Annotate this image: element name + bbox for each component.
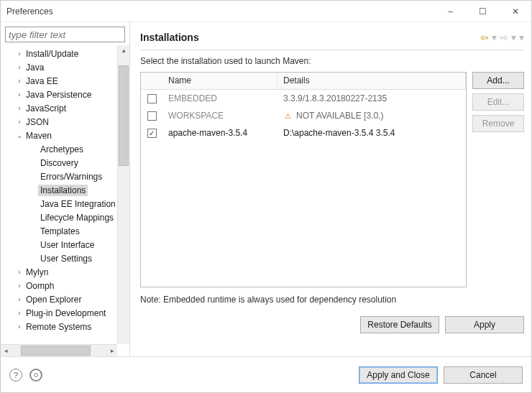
row-checkbox[interactable] bbox=[147, 94, 157, 103]
chevron-right-icon[interactable]: › bbox=[15, 91, 24, 98]
row-checkbox[interactable] bbox=[147, 111, 157, 121]
tree-item-label: Mylyn bbox=[24, 267, 50, 278]
chevron-right-icon[interactable]: › bbox=[15, 323, 24, 330]
tree-item-plug-in-development[interactable]: ›Plug-in Development bbox=[2, 306, 129, 320]
tree-item-label: Java bbox=[24, 62, 46, 73]
chevron-right-icon[interactable]: › bbox=[15, 282, 24, 290]
col-name[interactable]: Name bbox=[162, 73, 278, 89]
row-details: D:\apache-maven-3.5.4 3.5.4 bbox=[278, 128, 466, 138]
tree-item-open-explorer[interactable]: ›Open Explorer bbox=[2, 292, 129, 306]
scroll-thumb-vertical[interactable] bbox=[119, 65, 129, 166]
tree-item-templates[interactable]: Templates bbox=[2, 224, 129, 238]
chevron-right-icon[interactable]: › bbox=[15, 268, 24, 276]
tree-item-label: JSON bbox=[24, 116, 51, 128]
row-name: WORKSPACE bbox=[162, 111, 278, 121]
instruction-text: Select the installation used to launch M… bbox=[140, 56, 524, 66]
tree-item-installations[interactable]: Installations bbox=[2, 183, 129, 197]
tree-item-mylyn[interactable]: ›Mylyn bbox=[2, 265, 129, 279]
tree-item-label: User Settings bbox=[38, 253, 94, 264]
menu-dropdown-icon[interactable]: ▾ bbox=[519, 32, 524, 42]
titlebar: Preferences – ☐ ✕ bbox=[1, 1, 531, 22]
window-title: Preferences bbox=[6, 6, 434, 17]
row-name: apache-maven-3.5.4 bbox=[162, 128, 278, 138]
page-buttons: Restore Defaults Apply bbox=[140, 316, 524, 333]
tree-item-label: Plug-in Development bbox=[24, 308, 108, 319]
tree-item-oomph[interactable]: ›Oomph bbox=[2, 279, 129, 292]
table-row[interactable]: EMBEDDED3.3.9/1.8.3.20180227-2135 bbox=[141, 90, 466, 107]
back-dropdown-icon[interactable]: ▾ bbox=[492, 32, 497, 42]
chevron-right-icon[interactable]: › bbox=[15, 63, 24, 71]
divider bbox=[140, 50, 524, 50]
scroll-right-icon[interactable]: ▸ bbox=[107, 346, 117, 356]
left-panel: ›Install/Update›Java›Java EE›Java Persis… bbox=[1, 22, 130, 356]
tree-item-user-settings[interactable]: User Settings bbox=[2, 251, 129, 265]
page-title: Installations bbox=[140, 32, 480, 43]
note-text: Note: Embedded runtime is always used fo… bbox=[140, 295, 524, 305]
table-row[interactable]: WORKSPACE⚠NOT AVAILABLE [3.0,) bbox=[141, 107, 466, 124]
tree-item-label: Templates bbox=[38, 226, 82, 237]
tree-item-remote-systems[interactable]: ›Remote Systems bbox=[2, 320, 129, 333]
tree-item-java-ee-integration[interactable]: Java EE Integration bbox=[2, 197, 129, 211]
tree-item-install-update[interactable]: ›Install/Update bbox=[2, 47, 129, 60]
maximize-button[interactable]: ☐ bbox=[467, 1, 499, 22]
scroll-thumb-horizontal[interactable] bbox=[21, 346, 91, 356]
row-checkbox[interactable]: ✓ bbox=[147, 129, 157, 138]
filter-input[interactable] bbox=[5, 27, 125, 42]
row-checkbox-cell bbox=[141, 94, 162, 103]
tree-item-java-persistence[interactable]: ›Java Persistence bbox=[2, 88, 129, 101]
cancel-button[interactable]: Cancel bbox=[444, 366, 523, 384]
tree-item-label: Maven bbox=[24, 130, 54, 142]
page-header: Installations ⇦ ▾ ⇨ ▾ ▾ bbox=[140, 27, 524, 48]
tree-item-user-interface[interactable]: User Interface bbox=[2, 238, 129, 251]
chevron-right-icon[interactable]: › bbox=[15, 50, 24, 57]
tree-item-label: Installations bbox=[38, 185, 88, 196]
footer-left-icons: ? bbox=[9, 369, 353, 382]
row-details-text: NOT AVAILABLE [3.0,) bbox=[296, 111, 383, 121]
row-name: EMBEDDED bbox=[162, 93, 278, 103]
chevron-right-icon[interactable]: › bbox=[15, 309, 24, 317]
restore-defaults-button[interactable]: Restore Defaults bbox=[360, 316, 439, 333]
tree-item-label: Archetypes bbox=[38, 144, 86, 155]
tree-item-label: Errors/Warnings bbox=[38, 171, 104, 182]
tree-item-json[interactable]: ›JSON bbox=[2, 115, 129, 129]
tree-item-lifecycle-mappings[interactable]: Lifecycle Mappings bbox=[2, 211, 129, 224]
scroll-up-icon[interactable]: ▴ bbox=[119, 45, 129, 55]
chevron-right-icon[interactable]: › bbox=[15, 77, 24, 85]
tree-item-java[interactable]: ›Java bbox=[2, 60, 129, 74]
col-details[interactable]: Details bbox=[278, 73, 466, 89]
chevron-right-icon[interactable]: › bbox=[15, 104, 24, 112]
tree-item-label: Java Persistence bbox=[24, 89, 93, 101]
tree-item-archetypes[interactable]: Archetypes bbox=[2, 142, 129, 156]
import-export-icon[interactable] bbox=[29, 369, 42, 382]
tree-item-java-ee[interactable]: ›Java EE bbox=[2, 74, 129, 88]
minimize-button[interactable]: – bbox=[434, 1, 467, 22]
apply-button[interactable]: Apply bbox=[445, 316, 524, 333]
add-button[interactable]: Add... bbox=[472, 72, 524, 89]
tree-item-label: User Interface bbox=[38, 239, 96, 251]
help-icon[interactable]: ? bbox=[9, 369, 22, 382]
tree-item-maven[interactable]: ⌄Maven bbox=[2, 129, 129, 142]
row-details-text: D:\apache-maven-3.5.4 3.5.4 bbox=[283, 128, 395, 138]
apply-and-close-button[interactable]: Apply and Close bbox=[359, 366, 438, 384]
preferences-tree[interactable]: ›Install/Update›Java›Java EE›Java Persis… bbox=[1, 45, 129, 356]
forward-icon[interactable]: ⇨ bbox=[500, 32, 508, 42]
chevron-right-icon[interactable]: › bbox=[15, 295, 24, 303]
chevron-down-icon[interactable]: ⌄ bbox=[15, 131, 24, 139]
chevron-right-icon[interactable]: › bbox=[15, 118, 24, 126]
row-checkbox-cell: ✓ bbox=[141, 129, 162, 138]
tree-horizontal-scrollbar[interactable]: ◂ ▸ bbox=[1, 344, 117, 356]
close-button[interactable]: ✕ bbox=[499, 1, 531, 22]
tree-vertical-scrollbar[interactable]: ▴ bbox=[117, 45, 129, 344]
preferences-window: Preferences – ☐ ✕ ›Install/Update›Java›J… bbox=[0, 0, 532, 393]
tree-item-label: Discovery bbox=[38, 157, 81, 169]
installations-table: Name Details EMBEDDED3.3.9/1.8.3.2018022… bbox=[140, 72, 467, 287]
col-check bbox=[141, 73, 162, 89]
forward-dropdown-icon[interactable]: ▾ bbox=[511, 32, 516, 42]
tree-item-errors-warnings[interactable]: Errors/Warnings bbox=[2, 170, 129, 183]
tree-item-javascript[interactable]: ›JavaScript bbox=[2, 101, 129, 115]
scroll-left-icon[interactable]: ◂ bbox=[1, 346, 11, 356]
table-row[interactable]: ✓apache-maven-3.5.4D:\apache-maven-3.5.4… bbox=[141, 124, 466, 142]
tree-item-discovery[interactable]: Discovery bbox=[2, 156, 129, 170]
back-icon[interactable]: ⇦ bbox=[480, 32, 489, 42]
remove-button: Remove bbox=[472, 115, 524, 132]
